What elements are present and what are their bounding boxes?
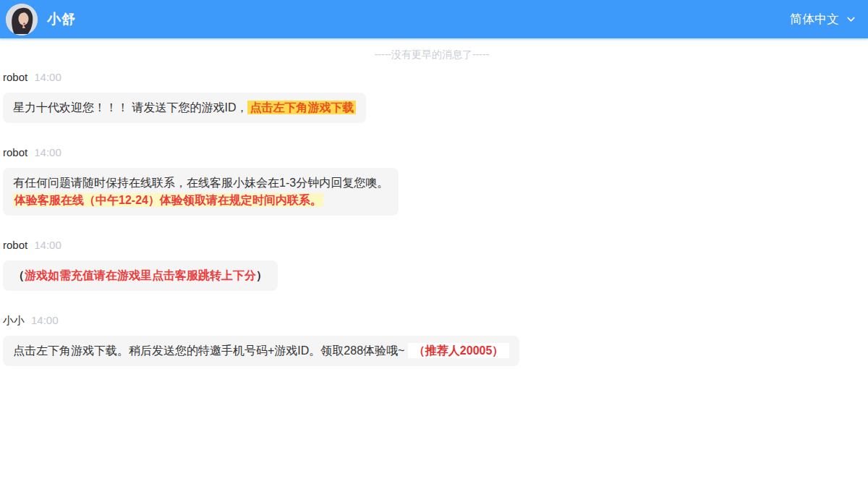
sender-name: robot <box>3 146 27 158</box>
woman-portrait-icon <box>6 4 38 35</box>
message-time: 14:00 <box>34 146 61 158</box>
message-row: robot14:00 （游戏如需充值请在游戏里点击客服跳转上下分） <box>3 239 861 291</box>
language-selector[interactable]: 简体中文 <box>790 11 856 27</box>
message-bubble: 有任何问题请随时保持在线联系，在线客服小妹会在1-3分钟内回复您噢。体验客服在线… <box>3 168 399 216</box>
message-list: robot14:00 星力十代欢迎您！！！ 请发送下您的游戏ID，点击左下角游戏… <box>3 72 861 366</box>
message-text: （推荐人20005） <box>408 343 510 358</box>
sender-name: robot <box>3 71 27 83</box>
message-bubble: （游戏如需充值请在游戏里点击客服跳转上下分） <box>3 260 278 291</box>
message-time: 14:00 <box>34 71 61 83</box>
message-text: 体验客服在线（中午12-24）体验领取请在规定时间内联系。 <box>13 193 323 207</box>
message-time: 14:00 <box>34 239 61 251</box>
message-text: 星力十代欢迎您！！！ 请发送下您的游戏ID， <box>13 101 247 114</box>
message-bubble: 点击左下角游戏下载。稍后发送您的特邀手机号码+游戏ID。领取288体验哦~ （推… <box>3 336 519 366</box>
message-header: robot14:00 <box>3 72 861 83</box>
message-bubble: 星力十代欢迎您！！！ 请发送下您的游戏ID，点击左下角游戏下载 <box>3 93 366 123</box>
message-row: robot14:00 有任何问题请随时保持在线联系，在线客服小妹会在1-3分钟内… <box>3 147 861 216</box>
message-header: robot14:00 <box>3 239 861 251</box>
no-earlier-messages-divider: -----没有更早的消息了----- <box>3 48 861 62</box>
message-text: ） <box>256 269 268 281</box>
message-header: robot14:00 <box>3 147 861 158</box>
message-row: robot14:00 星力十代欢迎您！！！ 请发送下您的游戏ID，点击左下角游戏… <box>3 72 861 123</box>
message-time: 14:00 <box>31 314 59 326</box>
message-text: （ <box>13 269 25 281</box>
chat-scroll-area[interactable]: -----没有更早的消息了----- robot14:00 星力十代欢迎您！！！… <box>0 38 868 492</box>
message-text: 点击左下角游戏下载 <box>247 101 356 114</box>
sender-name: robot <box>3 239 27 251</box>
agent-name: 小舒 <box>47 10 76 29</box>
message-row: 小小14:00 点击左下角游戏下载。稍后发送您的特邀手机号码+游戏ID。领取28… <box>3 315 861 366</box>
chevron-down-icon <box>846 14 856 25</box>
chat-header: 小舒 简体中文 <box>0 0 868 38</box>
message-text: 点击左下角游戏下载。稍后发送您的特邀手机号码+游戏ID。领取288体验哦~ <box>13 344 408 357</box>
agent-avatar <box>6 4 38 35</box>
message-header: 小小14:00 <box>3 315 861 326</box>
sender-name: 小小 <box>3 314 25 326</box>
language-label: 简体中文 <box>790 11 839 27</box>
message-text: 有任何问题请随时保持在线联系，在线客服小妹会在1-3分钟内回复您噢。 <box>13 174 388 192</box>
message-text: 游戏如需充值请在游戏里点击客服跳转上下分 <box>25 269 256 281</box>
